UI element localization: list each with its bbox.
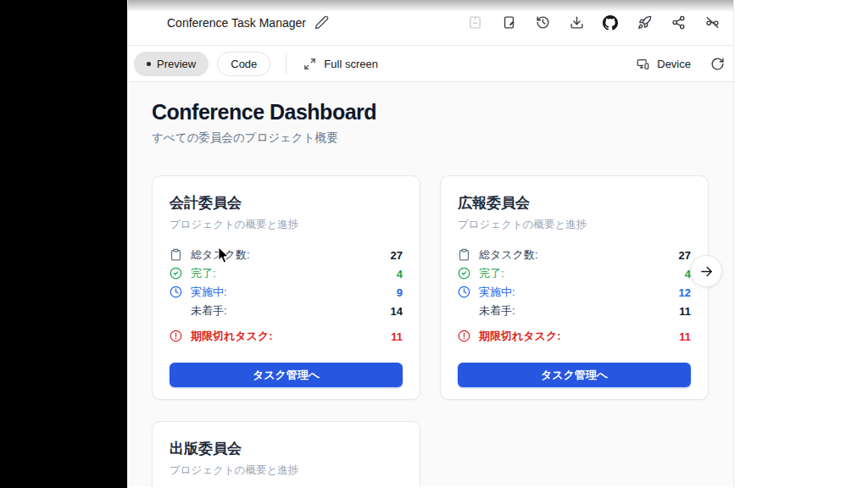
stat-label: 実施中: bbox=[191, 285, 227, 300]
stat-value: 27 bbox=[679, 249, 691, 262]
stats-list: 総タスク数: 27 完了: 4 実施中: 12 bbox=[458, 246, 691, 346]
page-subtitle: すべての委員会のプロジェクト概要 bbox=[152, 130, 733, 146]
refresh-icon[interactable] bbox=[709, 56, 725, 71]
device-label: Device bbox=[657, 58, 691, 70]
card-title: 出版委員会 bbox=[170, 439, 403, 458]
alert-circle-icon bbox=[458, 330, 471, 343]
tab-code-label: Code bbox=[231, 58, 257, 70]
stat-label: 未着手: bbox=[191, 303, 227, 319]
edit-pencil-icon[interactable] bbox=[314, 15, 330, 30]
screen: Conference Task Manager bbox=[0, 0, 868, 488]
stat-completed: 完了: 4 bbox=[170, 264, 403, 283]
preview-toolbar-right: Device bbox=[635, 56, 725, 71]
tab-code[interactable]: Code bbox=[217, 52, 270, 76]
stat-total: 総タスク数: 27 bbox=[170, 246, 403, 264]
share-icon[interactable] bbox=[670, 15, 686, 30]
toolbar-icon-group bbox=[467, 15, 720, 30]
history-icon[interactable] bbox=[535, 15, 550, 30]
tab-preview-label: Preview bbox=[157, 58, 196, 70]
stat-value: 12 bbox=[679, 286, 691, 299]
card-subtitle: プロジェクトの概要と進捗 bbox=[458, 218, 691, 232]
stat-not-started: 未着手: 11 bbox=[458, 302, 691, 320]
card-subtitle: プロジェクトの概要と進捗 bbox=[170, 218, 403, 232]
stat-total: 総タスク数: 27 bbox=[458, 246, 691, 264]
card-title: 広報委員会 bbox=[458, 193, 691, 213]
stats-list: 総タスク数: 27 完了: 4 実施中: 9 bbox=[170, 246, 403, 346]
app-window: Conference Task Manager bbox=[127, 0, 734, 488]
clipboard-icon bbox=[458, 248, 471, 262]
stat-value: 27 bbox=[391, 249, 403, 262]
fullscreen-label: Full screen bbox=[324, 58, 378, 70]
check-circle-icon bbox=[458, 267, 471, 280]
page-title: Conference Dashboard bbox=[152, 100, 733, 125]
device-button[interactable]: Device bbox=[635, 56, 691, 71]
project-title: Conference Task Manager bbox=[167, 16, 306, 30]
save-icon[interactable] bbox=[467, 15, 482, 30]
task-manage-button[interactable]: タスク管理へ bbox=[170, 363, 403, 387]
stat-label: 実施中: bbox=[479, 285, 515, 300]
top-toolbar: Conference Task Manager bbox=[128, 0, 733, 45]
dashboard-header: Conference Dashboard すべての委員会のプロジェクト概要 bbox=[128, 82, 733, 146]
stat-label: 未着手: bbox=[479, 303, 515, 319]
stat-label: 期限切れタスク: bbox=[479, 329, 561, 344]
card-title: 会計委員会 bbox=[170, 193, 403, 213]
stat-value: 11 bbox=[679, 305, 691, 318]
tab-preview[interactable]: Preview bbox=[134, 52, 209, 76]
file-edit-icon[interactable] bbox=[501, 15, 516, 30]
stat-in-progress: 実施中: 12 bbox=[458, 283, 691, 302]
preview-viewport: Conference Dashboard すべての委員会のプロジェクト概要 会計… bbox=[128, 82, 733, 486]
deploy-rocket-icon[interactable] bbox=[637, 15, 652, 30]
arrow-right-icon bbox=[699, 264, 714, 279]
fullscreen-icon bbox=[302, 56, 317, 71]
fullscreen-button[interactable]: Full screen bbox=[302, 56, 378, 71]
stat-overdue: 期限切れタスク: 11 bbox=[170, 327, 403, 346]
clock-icon bbox=[458, 286, 471, 299]
check-circle-icon bbox=[170, 267, 183, 280]
stat-completed: 完了: 4 bbox=[458, 264, 691, 283]
alert-circle-icon bbox=[170, 330, 183, 343]
clock-icon bbox=[170, 286, 183, 299]
committee-card-publishing: 出版委員会 プロジェクトの概要と進捗 bbox=[152, 421, 420, 486]
device-icon bbox=[635, 56, 650, 71]
letterbox bbox=[0, 0, 127, 488]
stat-value: 9 bbox=[397, 286, 403, 299]
stat-label: 総タスク数: bbox=[191, 247, 250, 263]
stat-in-progress: 実施中: 9 bbox=[170, 283, 403, 302]
active-dot bbox=[147, 62, 151, 66]
committee-card-pr: 広報委員会 プロジェクトの概要と進捗 総タスク数: 27 完了: 4 bbox=[440, 175, 709, 400]
stat-value: 11 bbox=[679, 330, 691, 343]
stat-value: 14 bbox=[391, 305, 403, 318]
preview-toolbar: Preview Code Full screen bbox=[128, 45, 733, 82]
task-manage-button[interactable]: タスク管理へ bbox=[458, 363, 691, 387]
card-subtitle: プロジェクトの概要と進捗 bbox=[170, 463, 403, 478]
stat-label: 完了: bbox=[479, 266, 504, 281]
stat-label: 完了: bbox=[191, 266, 216, 281]
stat-value: 4 bbox=[397, 268, 403, 280]
divider bbox=[286, 53, 287, 74]
stat-label: 総タスク数: bbox=[479, 247, 538, 263]
visibility-off-icon[interactable] bbox=[704, 15, 720, 30]
stat-value: 11 bbox=[391, 330, 403, 343]
project-title-group[interactable]: Conference Task Manager bbox=[167, 15, 330, 30]
download-icon[interactable] bbox=[569, 15, 584, 30]
committee-card-accounting: 会計委員会 プロジェクトの概要と進捗 総タスク数: 27 完了: 4 bbox=[152, 175, 420, 400]
stat-not-started: 未着手: 14 bbox=[170, 302, 403, 320]
stat-label: 期限切れタスク: bbox=[191, 329, 273, 344]
clipboard-icon bbox=[170, 248, 183, 262]
stat-overdue: 期限切れタスク: 11 bbox=[458, 327, 691, 346]
view-switcher: Preview Code Full screen bbox=[134, 52, 378, 76]
github-icon[interactable] bbox=[603, 15, 618, 30]
next-arrow-button[interactable] bbox=[690, 255, 722, 287]
